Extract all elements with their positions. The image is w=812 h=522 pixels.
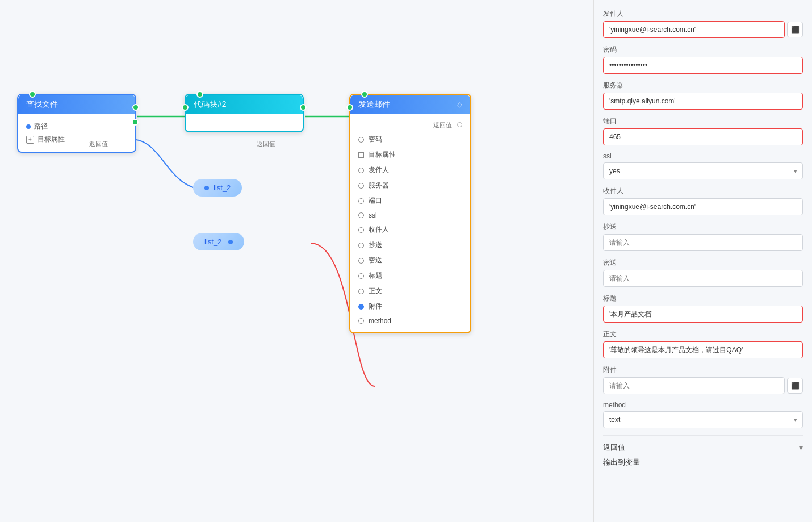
code-block-body xyxy=(186,114,303,131)
send-email-header: 发送邮件 ◇ xyxy=(350,95,470,114)
ssl-label: ssl xyxy=(603,152,803,160)
email-dot-method xyxy=(358,318,364,324)
code-block-node: 代码块#2 xyxy=(185,94,304,132)
attachment-section: 附件 ⬛ xyxy=(603,365,803,394)
email-row-method: method xyxy=(350,314,470,328)
email-row-port: 端口 xyxy=(350,193,470,208)
sender-input-row: ⬛ xyxy=(603,21,803,38)
path-dot xyxy=(26,124,31,129)
email-dot-ssl xyxy=(358,212,364,218)
send-email-return-dot xyxy=(457,122,462,127)
return-value-chevron[interactable]: ▾ xyxy=(799,443,803,452)
find-file-top-connector xyxy=(29,91,36,98)
list2-bottom-pill: list_2 xyxy=(193,233,244,250)
list2-bottom-label: list_2 xyxy=(204,237,221,246)
sender-label: 发件人 xyxy=(603,9,803,19)
email-row-bcc: 密送 xyxy=(350,253,470,268)
email-row-body: 正文 xyxy=(350,283,470,299)
email-row-attrs: — 目标属性 xyxy=(350,147,470,162)
sender-icon-btn[interactable]: ⬛ xyxy=(787,22,803,37)
return-value-title-label: 返回值 xyxy=(603,442,625,453)
send-email-return-label: 返回值 xyxy=(433,122,452,128)
email-dot-password xyxy=(358,137,364,143)
send-email-node: 发送邮件 ◇ 返回值 密码 — 目标属性 发件人 xyxy=(349,94,471,333)
email-dot-server xyxy=(358,183,364,189)
send-email-header-icons: ◇ xyxy=(457,101,462,108)
password-section: 密码 xyxy=(603,45,803,74)
code-block-left-connector xyxy=(182,104,189,111)
find-file-node: 查找文件 路径 + 目标属性 xyxy=(17,94,136,153)
method-label: method xyxy=(603,401,803,409)
attachment-label: 附件 xyxy=(603,365,803,375)
email-row-cc: 抄送 xyxy=(350,237,470,253)
recipient-section: 收件人 xyxy=(603,186,803,215)
body-section: 正文 xyxy=(603,329,803,358)
subject-input[interactable] xyxy=(603,306,803,323)
send-email-body: 返回值 密码 — 目标属性 发件人 服务器 端口 xyxy=(350,114,470,332)
send-email-title: 发送邮件 xyxy=(358,99,390,110)
output-var-section-title: 输出到变量 xyxy=(603,457,803,467)
cc-section: 抄送 xyxy=(603,222,803,251)
port-input[interactable] xyxy=(603,128,803,145)
email-dot-subject xyxy=(358,273,364,279)
send-email-diamond-icon: ◇ xyxy=(457,101,462,108)
body-input[interactable] xyxy=(603,341,803,358)
email-dot-body xyxy=(358,289,364,294)
email-row-ssl: ssl xyxy=(350,208,470,222)
email-dot-attachment xyxy=(358,304,364,310)
email-dot-port xyxy=(358,198,364,204)
find-file-right-connector xyxy=(132,104,139,111)
list2-bottom-dot xyxy=(228,240,233,244)
email-row-sender: 发件人 xyxy=(350,162,470,178)
attachment-icon-btn[interactable]: ⬛ xyxy=(787,378,803,394)
code-block-header: 代码块#2 xyxy=(186,95,303,114)
send-email-left-connector xyxy=(346,104,353,111)
ssl-select[interactable]: yes no xyxy=(603,162,803,179)
attachment-input-row: ⬛ xyxy=(603,377,803,394)
email-dot-cc xyxy=(358,243,364,248)
email-dot-recipient xyxy=(358,227,364,233)
body-label: 正文 xyxy=(603,329,803,339)
send-email-top-connector xyxy=(361,91,368,98)
method-select-wrapper: text html xyxy=(603,411,803,428)
return-value-section-title: 返回值 ▾ xyxy=(603,442,803,453)
find-file-return-connector xyxy=(132,119,139,126)
right-panel: 发件人 ⬛ 密码 服务器 端口 ssl yes no 收件人 抄送 密 xyxy=(593,0,812,522)
code-block-title: 代码块#2 xyxy=(194,99,227,110)
attrs-label: 目标属性 xyxy=(37,135,65,144)
cc-input[interactable] xyxy=(603,234,803,251)
method-section: method text html xyxy=(603,401,803,428)
sender-section: 发件人 ⬛ xyxy=(603,9,803,38)
sender-input[interactable] xyxy=(603,21,785,38)
bcc-label: 密送 xyxy=(603,258,803,268)
bcc-section: 密送 xyxy=(603,258,803,287)
find-file-body: 路径 + 目标属性 xyxy=(18,114,135,152)
email-row-subject: 标题 xyxy=(350,268,470,283)
attrs-plus-icon: + xyxy=(26,136,34,144)
subject-section: 标题 xyxy=(603,294,803,323)
email-sq-attrs: — xyxy=(358,152,364,158)
password-input[interactable] xyxy=(603,57,803,74)
server-input[interactable] xyxy=(603,93,803,110)
method-select[interactable]: text html xyxy=(603,411,803,428)
path-label: 路径 xyxy=(34,122,48,131)
find-file-attrs: + 目标属性 xyxy=(26,133,127,146)
connections-svg xyxy=(0,0,593,522)
ssl-select-wrapper: yes no xyxy=(603,162,803,179)
list2-top-label: list_2 xyxy=(214,183,231,192)
server-label: 服务器 xyxy=(603,81,803,90)
list2-top-dot xyxy=(204,186,209,190)
panel-divider-1 xyxy=(603,435,803,436)
password-label: 密码 xyxy=(603,45,803,55)
attachment-input[interactable] xyxy=(603,377,785,394)
email-dot-bcc xyxy=(358,258,364,264)
email-row-server: 服务器 xyxy=(350,178,470,193)
email-dot-sender xyxy=(358,168,364,173)
find-file-return-label: 返回值 xyxy=(89,140,108,148)
recipient-input[interactable] xyxy=(603,198,803,215)
email-row-recipient: 收件人 xyxy=(350,222,470,237)
bcc-input[interactable] xyxy=(603,270,803,287)
ssl-section: ssl yes no xyxy=(603,152,803,179)
port-section: 端口 xyxy=(603,116,803,145)
cc-label: 抄送 xyxy=(603,222,803,232)
